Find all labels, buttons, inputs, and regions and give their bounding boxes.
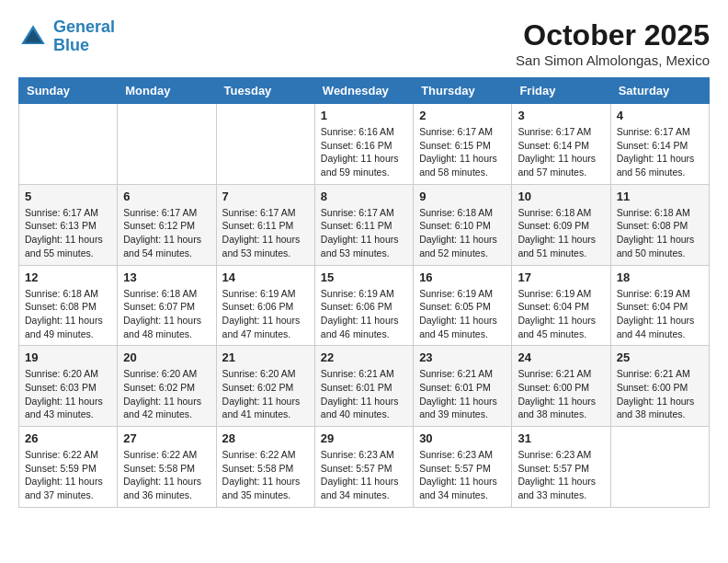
calendar-cell: 17Sunrise: 6:19 AM Sunset: 6:04 PM Dayli… [512,265,610,346]
day-header-tuesday: Tuesday [216,78,314,104]
day-info: Sunrise: 6:18 AM Sunset: 6:08 PM Dayligh… [25,287,111,341]
day-header-wednesday: Wednesday [314,78,413,104]
day-number: 2 [419,109,506,122]
day-info: Sunrise: 6:22 AM Sunset: 5:59 PM Dayligh… [25,448,111,502]
day-number: 27 [123,431,210,445]
day-info: Sunrise: 6:20 AM Sunset: 6:02 PM Dayligh… [222,367,309,421]
calendar-week-row: 5Sunrise: 6:17 AM Sunset: 6:13 PM Daylig… [19,184,710,265]
day-info: Sunrise: 6:17 AM Sunset: 6:15 PM Dayligh… [419,125,506,179]
day-info: Sunrise: 6:16 AM Sunset: 6:16 PM Dayligh… [321,125,407,179]
day-number: 7 [222,190,309,203]
day-number: 9 [419,190,506,203]
day-number: 14 [222,270,309,284]
calendar-cell: 23Sunrise: 6:21 AM Sunset: 6:01 PM Dayli… [414,346,512,427]
day-number: 22 [321,350,407,364]
calendar-cell: 6Sunrise: 6:17 AM Sunset: 6:12 PM Daylig… [118,184,216,265]
day-header-sunday: Sunday [19,78,118,104]
day-number: 17 [518,270,604,284]
calendar-cell: 21Sunrise: 6:20 AM Sunset: 6:02 PM Dayli… [216,346,314,427]
calendar-cell: 9Sunrise: 6:18 AM Sunset: 6:10 PM Daylig… [414,184,512,265]
day-number: 24 [518,350,604,364]
day-number: 25 [617,350,703,364]
calendar-week-row: 12Sunrise: 6:18 AM Sunset: 6:08 PM Dayli… [19,265,710,346]
day-number: 5 [25,190,111,203]
day-header-thursday: Thursday [414,78,512,104]
day-number: 20 [123,350,210,364]
day-info: Sunrise: 6:21 AM Sunset: 6:00 PM Dayligh… [518,367,604,421]
day-number: 8 [321,190,407,203]
day-info: Sunrise: 6:22 AM Sunset: 5:58 PM Dayligh… [123,448,210,502]
logo-text: General Blue [53,18,115,55]
day-info: Sunrise: 6:19 AM Sunset: 6:05 PM Dayligh… [419,287,506,341]
calendar-cell: 7Sunrise: 6:17 AM Sunset: 6:11 PM Daylig… [216,184,314,265]
day-info: Sunrise: 6:21 AM Sunset: 6:01 PM Dayligh… [419,367,506,421]
calendar-cell [216,104,314,185]
calendar-cell: 19Sunrise: 6:20 AM Sunset: 6:03 PM Dayli… [19,346,118,427]
calendar-week-row: 1Sunrise: 6:16 AM Sunset: 6:16 PM Daylig… [19,104,710,185]
day-info: Sunrise: 6:19 AM Sunset: 6:06 PM Dayligh… [321,287,407,341]
calendar-cell: 16Sunrise: 6:19 AM Sunset: 6:05 PM Dayli… [414,265,512,346]
month-title: October 2025 [516,18,710,52]
calendar-cell: 29Sunrise: 6:23 AM Sunset: 5:57 PM Dayli… [314,427,413,508]
day-info: Sunrise: 6:17 AM Sunset: 6:14 PM Dayligh… [518,125,604,179]
calendar-week-row: 19Sunrise: 6:20 AM Sunset: 6:03 PM Dayli… [19,346,710,427]
day-info: Sunrise: 6:17 AM Sunset: 6:12 PM Dayligh… [123,206,210,260]
calendar-cell: 26Sunrise: 6:22 AM Sunset: 5:59 PM Dayli… [19,427,118,508]
day-header-saturday: Saturday [610,78,709,104]
calendar-header-row: SundayMondayTuesdayWednesdayThursdayFrid… [19,78,710,104]
day-number: 4 [617,109,703,122]
page-header: General Blue October 2025 San Simon Almo… [18,18,710,68]
calendar-cell: 20Sunrise: 6:20 AM Sunset: 6:02 PM Dayli… [118,346,216,427]
day-number: 19 [25,350,111,364]
day-info: Sunrise: 6:18 AM Sunset: 6:10 PM Dayligh… [419,206,506,260]
calendar-cell: 25Sunrise: 6:21 AM Sunset: 6:00 PM Dayli… [610,346,709,427]
day-number: 31 [518,431,604,445]
day-header-monday: Monday [118,78,216,104]
calendar-cell: 24Sunrise: 6:21 AM Sunset: 6:00 PM Dayli… [512,346,610,427]
calendar-cell: 14Sunrise: 6:19 AM Sunset: 6:06 PM Dayli… [216,265,314,346]
calendar-table: SundayMondayTuesdayWednesdayThursdayFrid… [18,77,710,508]
calendar-cell: 22Sunrise: 6:21 AM Sunset: 6:01 PM Dayli… [314,346,413,427]
day-info: Sunrise: 6:19 AM Sunset: 6:06 PM Dayligh… [222,287,309,341]
day-number: 21 [222,350,309,364]
day-header-friday: Friday [512,78,610,104]
calendar-cell: 15Sunrise: 6:19 AM Sunset: 6:06 PM Dayli… [314,265,413,346]
calendar-cell: 2Sunrise: 6:17 AM Sunset: 6:15 PM Daylig… [414,104,512,185]
day-number: 3 [518,109,604,122]
calendar-cell: 8Sunrise: 6:17 AM Sunset: 6:11 PM Daylig… [314,184,413,265]
day-info: Sunrise: 6:18 AM Sunset: 6:07 PM Dayligh… [123,287,210,341]
calendar-cell: 18Sunrise: 6:19 AM Sunset: 6:04 PM Dayli… [610,265,709,346]
day-info: Sunrise: 6:23 AM Sunset: 5:57 PM Dayligh… [518,448,604,502]
logo: General Blue [18,18,115,55]
day-info: Sunrise: 6:17 AM Sunset: 6:13 PM Dayligh… [25,206,111,260]
title-section: October 2025 San Simon Almolongas, Mexic… [516,18,710,68]
day-number: 26 [25,431,111,445]
calendar-cell: 11Sunrise: 6:18 AM Sunset: 6:08 PM Dayli… [610,184,709,265]
day-info: Sunrise: 6:18 AM Sunset: 6:09 PM Dayligh… [518,206,604,260]
day-number: 11 [617,190,703,203]
calendar-cell: 5Sunrise: 6:17 AM Sunset: 6:13 PM Daylig… [19,184,118,265]
day-number: 10 [518,190,604,203]
calendar-cell [118,104,216,185]
calendar-cell: 12Sunrise: 6:18 AM Sunset: 6:08 PM Dayli… [19,265,118,346]
day-info: Sunrise: 6:19 AM Sunset: 6:04 PM Dayligh… [518,287,604,341]
calendar-cell: 13Sunrise: 6:18 AM Sunset: 6:07 PM Dayli… [118,265,216,346]
day-number: 16 [419,270,506,284]
logo-icon [18,22,48,52]
calendar-cell: 10Sunrise: 6:18 AM Sunset: 6:09 PM Dayli… [512,184,610,265]
day-number: 13 [123,270,210,284]
day-number: 29 [321,431,407,445]
day-info: Sunrise: 6:17 AM Sunset: 6:11 PM Dayligh… [222,206,309,260]
day-info: Sunrise: 6:23 AM Sunset: 5:57 PM Dayligh… [321,448,407,502]
calendar-cell: 4Sunrise: 6:17 AM Sunset: 6:14 PM Daylig… [610,104,709,185]
day-info: Sunrise: 6:18 AM Sunset: 6:08 PM Dayligh… [617,206,703,260]
location-title: San Simon Almolongas, Mexico [516,52,710,68]
day-info: Sunrise: 6:23 AM Sunset: 5:57 PM Dayligh… [419,448,506,502]
calendar-cell: 27Sunrise: 6:22 AM Sunset: 5:58 PM Dayli… [118,427,216,508]
day-number: 12 [25,270,111,284]
calendar-cell [610,427,709,508]
calendar-cell: 31Sunrise: 6:23 AM Sunset: 5:57 PM Dayli… [512,427,610,508]
day-info: Sunrise: 6:19 AM Sunset: 6:04 PM Dayligh… [617,287,703,341]
calendar-cell: 3Sunrise: 6:17 AM Sunset: 6:14 PM Daylig… [512,104,610,185]
day-info: Sunrise: 6:17 AM Sunset: 6:14 PM Dayligh… [617,125,703,179]
